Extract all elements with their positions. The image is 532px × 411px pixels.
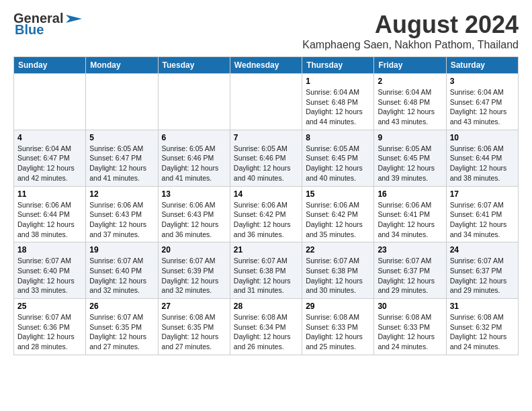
day-info: Sunrise: 6:05 AM Sunset: 6:45 PM Dayligh… <box>306 144 370 183</box>
header: General Blue August 2024 Kamphaeng Saen,… <box>13 11 519 51</box>
day-number: 4 <box>17 133 82 142</box>
day-info: Sunrise: 6:05 AM Sunset: 6:47 PM Dayligh… <box>89 144 154 183</box>
day-info: Sunrise: 6:04 AM Sunset: 6:47 PM Dayligh… <box>450 87 515 127</box>
day-number: 10 <box>450 133 515 142</box>
day-number: 25 <box>17 302 82 311</box>
day-number: 3 <box>450 77 515 86</box>
calendar-cell: 26Sunrise: 6:07 AM Sunset: 6:35 PM Dayli… <box>86 299 158 355</box>
calendar-cell: 21Sunrise: 6:07 AM Sunset: 6:38 PM Dayli… <box>230 242 302 299</box>
calendar-cell: 4Sunrise: 6:04 AM Sunset: 6:47 PM Daylig… <box>14 130 86 186</box>
day-number: 30 <box>378 302 442 311</box>
day-number: 12 <box>89 189 154 199</box>
col-header-friday: Friday <box>374 57 446 74</box>
day-info: Sunrise: 6:07 AM Sunset: 6:37 PM Dayligh… <box>450 256 515 295</box>
day-number: 27 <box>162 302 226 311</box>
logo-arrow-icon <box>63 12 82 26</box>
calendar-cell: 31Sunrise: 6:08 AM Sunset: 6:32 PM Dayli… <box>446 299 518 355</box>
title-area: August 2024 Kamphaeng Saen, Nakhon Patho… <box>302 11 519 51</box>
day-info: Sunrise: 6:05 AM Sunset: 6:46 PM Dayligh… <box>162 144 226 183</box>
col-header-tuesday: Tuesday <box>158 57 230 74</box>
day-number: 17 <box>450 189 515 199</box>
logo-blue: Blue <box>13 22 44 38</box>
calendar-cell <box>14 74 86 130</box>
day-info: Sunrise: 6:06 AM Sunset: 6:41 PM Dayligh… <box>378 200 442 240</box>
day-number: 24 <box>450 245 515 255</box>
day-number: 8 <box>306 133 370 142</box>
day-info: Sunrise: 6:06 AM Sunset: 6:43 PM Dayligh… <box>89 200 154 240</box>
calendar-cell: 12Sunrise: 6:06 AM Sunset: 6:43 PM Dayli… <box>86 186 158 242</box>
calendar-cell <box>86 74 158 130</box>
day-info: Sunrise: 6:08 AM Sunset: 6:35 PM Dayligh… <box>162 312 226 352</box>
logo: General Blue <box>13 11 82 38</box>
day-number: 26 <box>89 302 154 311</box>
header-row: SundayMondayTuesdayWednesdayThursdayFrid… <box>14 57 519 74</box>
day-info: Sunrise: 6:05 AM Sunset: 6:46 PM Dayligh… <box>234 144 298 183</box>
calendar-cell: 24Sunrise: 6:07 AM Sunset: 6:37 PM Dayli… <box>446 242 518 299</box>
day-number: 14 <box>234 189 298 199</box>
day-number: 28 <box>234 302 298 311</box>
col-header-saturday: Saturday <box>446 57 518 74</box>
calendar-cell: 9Sunrise: 6:05 AM Sunset: 6:45 PM Daylig… <box>374 130 446 186</box>
day-info: Sunrise: 6:07 AM Sunset: 6:37 PM Dayligh… <box>378 256 442 295</box>
day-info: Sunrise: 6:08 AM Sunset: 6:33 PM Dayligh… <box>306 312 370 352</box>
col-header-sunday: Sunday <box>14 57 86 74</box>
calendar-cell: 14Sunrise: 6:06 AM Sunset: 6:42 PM Dayli… <box>230 186 302 242</box>
day-info: Sunrise: 6:07 AM Sunset: 6:36 PM Dayligh… <box>17 312 82 352</box>
col-header-thursday: Thursday <box>302 57 374 74</box>
calendar-cell: 11Sunrise: 6:06 AM Sunset: 6:44 PM Dayli… <box>14 186 86 242</box>
calendar-cell <box>158 74 230 130</box>
calendar-cell: 17Sunrise: 6:07 AM Sunset: 6:41 PM Dayli… <box>446 186 518 242</box>
day-number: 29 <box>306 302 370 311</box>
calendar-cell: 25Sunrise: 6:07 AM Sunset: 6:36 PM Dayli… <box>14 299 86 355</box>
calendar-cell: 10Sunrise: 6:06 AM Sunset: 6:44 PM Dayli… <box>446 130 518 186</box>
calendar-cell: 8Sunrise: 6:05 AM Sunset: 6:45 PM Daylig… <box>302 130 374 186</box>
col-header-wednesday: Wednesday <box>230 57 302 74</box>
calendar-cell: 2Sunrise: 6:04 AM Sunset: 6:48 PM Daylig… <box>374 74 446 130</box>
svg-marker-0 <box>66 15 82 23</box>
day-number: 18 <box>17 245 82 255</box>
day-number: 6 <box>162 133 226 142</box>
calendar-cell: 18Sunrise: 6:07 AM Sunset: 6:40 PM Dayli… <box>14 242 86 299</box>
day-info: Sunrise: 6:07 AM Sunset: 6:40 PM Dayligh… <box>89 256 154 295</box>
day-info: Sunrise: 6:07 AM Sunset: 6:38 PM Dayligh… <box>234 256 298 295</box>
calendar-cell: 5Sunrise: 6:05 AM Sunset: 6:47 PM Daylig… <box>86 130 158 186</box>
day-number: 9 <box>378 133 442 142</box>
day-info: Sunrise: 6:07 AM Sunset: 6:41 PM Dayligh… <box>450 200 515 240</box>
calendar-cell: 6Sunrise: 6:05 AM Sunset: 6:46 PM Daylig… <box>158 130 230 186</box>
calendar-cell: 28Sunrise: 6:08 AM Sunset: 6:34 PM Dayli… <box>230 299 302 355</box>
day-number: 5 <box>89 133 154 142</box>
calendar-cell: 27Sunrise: 6:08 AM Sunset: 6:35 PM Dayli… <box>158 299 230 355</box>
day-info: Sunrise: 6:07 AM Sunset: 6:39 PM Dayligh… <box>162 256 226 295</box>
calendar-cell: 16Sunrise: 6:06 AM Sunset: 6:41 PM Dayli… <box>374 186 446 242</box>
week-row-5: 25Sunrise: 6:07 AM Sunset: 6:36 PM Dayli… <box>14 299 519 355</box>
day-info: Sunrise: 6:06 AM Sunset: 6:42 PM Dayligh… <box>234 200 298 240</box>
day-info: Sunrise: 6:05 AM Sunset: 6:45 PM Dayligh… <box>378 144 442 183</box>
day-info: Sunrise: 6:07 AM Sunset: 6:38 PM Dayligh… <box>306 256 370 295</box>
day-info: Sunrise: 6:04 AM Sunset: 6:47 PM Dayligh… <box>17 144 82 183</box>
calendar-cell <box>230 74 302 130</box>
day-number: 23 <box>378 245 442 255</box>
day-info: Sunrise: 6:06 AM Sunset: 6:44 PM Dayligh… <box>450 144 515 183</box>
day-number: 19 <box>89 245 154 255</box>
day-number: 22 <box>306 245 370 255</box>
day-info: Sunrise: 6:06 AM Sunset: 6:42 PM Dayligh… <box>306 200 370 240</box>
week-row-1: 1Sunrise: 6:04 AM Sunset: 6:48 PM Daylig… <box>14 74 519 130</box>
day-number: 1 <box>306 77 370 86</box>
col-header-monday: Monday <box>86 57 158 74</box>
day-number: 21 <box>234 245 298 255</box>
week-row-3: 11Sunrise: 6:06 AM Sunset: 6:44 PM Dayli… <box>14 186 519 242</box>
calendar-cell: 13Sunrise: 6:06 AM Sunset: 6:43 PM Dayli… <box>158 186 230 242</box>
day-number: 7 <box>234 133 298 142</box>
day-number: 11 <box>17 189 82 199</box>
week-row-2: 4Sunrise: 6:04 AM Sunset: 6:47 PM Daylig… <box>14 130 519 186</box>
calendar-cell: 19Sunrise: 6:07 AM Sunset: 6:40 PM Dayli… <box>86 242 158 299</box>
calendar-cell: 30Sunrise: 6:08 AM Sunset: 6:33 PM Dayli… <box>374 299 446 355</box>
day-number: 20 <box>162 245 226 255</box>
calendar-cell: 1Sunrise: 6:04 AM Sunset: 6:48 PM Daylig… <box>302 74 374 130</box>
calendar-table: SundayMondayTuesdayWednesdayThursdayFrid… <box>13 56 519 355</box>
day-number: 13 <box>162 189 226 199</box>
calendar-cell: 20Sunrise: 6:07 AM Sunset: 6:39 PM Dayli… <box>158 242 230 299</box>
week-row-4: 18Sunrise: 6:07 AM Sunset: 6:40 PM Dayli… <box>14 242 519 299</box>
day-info: Sunrise: 6:04 AM Sunset: 6:48 PM Dayligh… <box>378 87 442 127</box>
calendar-cell: 29Sunrise: 6:08 AM Sunset: 6:33 PM Dayli… <box>302 299 374 355</box>
